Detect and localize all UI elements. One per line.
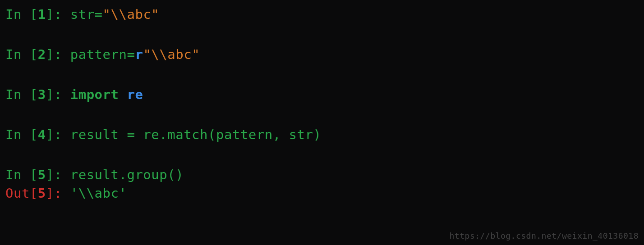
prompt-label: In [5, 87, 30, 102]
code-token: pattern [70, 47, 127, 62]
prompt-number: 5 [38, 186, 46, 201]
in-prompt: In [3]: [5, 87, 70, 102]
bracket-open: [ [30, 7, 38, 22]
bracket-close: ]: [46, 87, 70, 102]
prompt-label: Out [5, 186, 30, 201]
bracket-close: ]: [46, 127, 70, 142]
prompt-number: 1 [38, 7, 46, 22]
code-token: result = re.match(pattern, str) [70, 127, 322, 142]
code-token: "\\abc" [143, 47, 200, 62]
bracket-open: [ [30, 47, 38, 62]
input-cell-4: In [4]: result = re.match(pattern, str) [5, 128, 639, 141]
code-token: re [127, 87, 143, 102]
bracket-open: [ [30, 87, 38, 102]
ipython-terminal[interactable]: In [1]: str="\\abc"In [2]: pattern=r"\\a… [0, 0, 644, 200]
bracket-open: [ [30, 127, 38, 142]
code-token: r [135, 47, 143, 62]
input-cell-2: In [2]: pattern=r"\\abc" [5, 48, 639, 61]
code-token: "\\abc" [103, 7, 160, 22]
cell-gap [5, 67, 639, 88]
in-prompt: In [5]: [5, 167, 70, 182]
cell-gap [5, 147, 639, 168]
cell-gap [5, 27, 639, 48]
code-token: result.group() [70, 167, 184, 182]
prompt-number: 5 [38, 167, 46, 182]
prompt-number: 3 [38, 87, 46, 102]
input-cell-3: In [3]: import re [5, 88, 639, 101]
prompt-number: 2 [38, 47, 46, 62]
in-prompt: In [4]: [5, 127, 70, 142]
code-token: = [95, 7, 103, 22]
output-cell-5: Out[5]: '\\abc' [5, 187, 639, 200]
bracket-open: [ [30, 186, 38, 201]
code-token: '\\abc' [70, 186, 127, 201]
bracket-close: ]: [46, 7, 70, 22]
bracket-open: [ [30, 167, 38, 182]
cell-gap [5, 107, 639, 128]
bracket-close: ]: [46, 186, 70, 201]
code-token: = [127, 47, 135, 62]
in-prompt: In [2]: [5, 47, 70, 62]
code-token [119, 87, 127, 102]
input-cell-1: In [1]: str="\\abc" [5, 8, 639, 21]
in-prompt: In [1]: [5, 7, 70, 22]
prompt-label: In [5, 7, 30, 22]
code-token: import [70, 87, 119, 102]
prompt-label: In [5, 47, 30, 62]
watermark-text: https://blog.csdn.net/weixin_40136018 [450, 231, 639, 240]
prompt-label: In [5, 127, 30, 142]
prompt-number: 4 [38, 127, 46, 142]
code-token: str [70, 7, 95, 22]
bracket-close: ]: [46, 47, 70, 62]
input-cell-5: In [5]: result.group() [5, 168, 639, 181]
prompt-label: In [5, 167, 30, 182]
out-prompt: Out[5]: [5, 186, 70, 201]
bracket-close: ]: [46, 167, 70, 182]
